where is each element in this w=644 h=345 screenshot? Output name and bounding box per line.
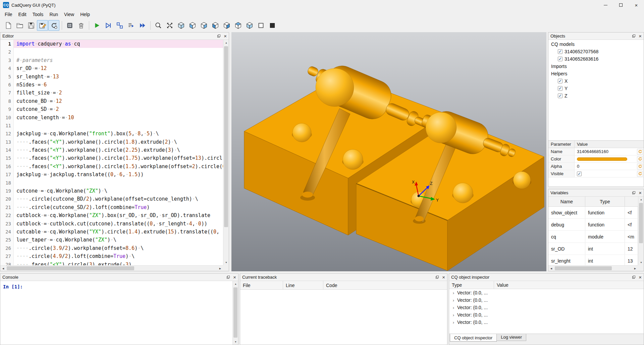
traceback-column-header-line[interactable]: Line xyxy=(283,281,323,289)
tree-item-3140652683616[interactable]: ✓3140652683616 xyxy=(548,55,644,63)
code-line[interactable]: 24cutcable·=·cq.Workplane("YX").circle(1… xyxy=(0,228,223,236)
color-swatch[interactable] xyxy=(577,157,627,161)
zoom-button[interactable] xyxy=(153,20,164,31)
float-dock-icon[interactable] xyxy=(217,34,221,38)
code-line[interactable]: 15····.faces("<Y").workplane().circle(1.… xyxy=(0,154,223,162)
new-script-button[interactable] xyxy=(3,20,14,31)
close-dock-icon[interactable]: × xyxy=(639,190,642,195)
viewport-3d-scene[interactable]: X Z Y xyxy=(231,32,546,271)
scroll-up-icon[interactable]: ▲ xyxy=(223,40,229,46)
code-line[interactable]: 26····.circle(3.9/2).workplane(offset=8.… xyxy=(0,244,223,252)
variable-row-debug[interactable]: debugfunction<f xyxy=(548,219,638,231)
clear-console-button[interactable] xyxy=(64,20,75,31)
variables-column-header-name[interactable]: Name xyxy=(548,197,585,206)
scrollbar-thumb[interactable] xyxy=(233,287,237,338)
code-line[interactable]: 20····.circle(cutcone_BD/2).workplane(of… xyxy=(0,195,223,203)
properties-header-value[interactable]: Value xyxy=(575,141,644,148)
fit-view-button[interactable] xyxy=(164,20,175,31)
tab-cq-object-inspector[interactable]: CQ object inspector xyxy=(450,334,497,342)
expand-chevron-icon[interactable]: › xyxy=(451,313,456,318)
close-dock-icon[interactable]: × xyxy=(442,275,445,280)
code-line[interactable]: 6nSides·=·6 xyxy=(0,81,223,89)
step-in-button[interactable] xyxy=(125,20,137,31)
scroll-right-icon[interactable]: ▶ xyxy=(217,266,223,271)
menu-view[interactable]: View xyxy=(61,10,77,19)
scroll-left-icon[interactable]: ◀ xyxy=(548,266,554,271)
checkbox[interactable]: ✓ xyxy=(558,57,562,61)
tree-item-cq-models[interactable]: CQ models xyxy=(548,41,644,48)
properties-header-parameter[interactable]: Parameter xyxy=(548,141,575,148)
close-dock-icon[interactable]: × xyxy=(233,275,236,280)
checkbox[interactable]: ✓ xyxy=(558,49,562,54)
scrollbar-thumb[interactable] xyxy=(7,266,134,270)
reset-button[interactable] xyxy=(637,171,643,177)
code-line[interactable]: 17jackplug·=·jackplug.translate((0,·6,·1… xyxy=(0,170,223,179)
inspector-row[interactable]: ›Vector: (0.0, ... xyxy=(449,304,644,311)
view-top-button[interactable] xyxy=(232,20,244,31)
open-script-button[interactable] xyxy=(14,20,25,31)
float-dock-icon[interactable] xyxy=(435,275,439,279)
save-as-script-button[interactable] xyxy=(37,20,48,31)
close-dock-icon[interactable]: × xyxy=(224,33,227,39)
checkbox[interactable]: ✓ xyxy=(558,86,562,91)
tree-item-imports[interactable]: Imports xyxy=(548,63,644,70)
scroll-up-icon[interactable]: ▲ xyxy=(638,197,644,202)
render-button[interactable] xyxy=(91,20,102,31)
step-button[interactable] xyxy=(114,20,125,31)
code-line[interactable]: 22cutblock·=·cq.Workplane("ZX").box(sr_O… xyxy=(0,211,223,219)
float-dock-icon[interactable] xyxy=(632,275,636,279)
expand-chevron-icon[interactable]: › xyxy=(451,305,456,310)
scroll-left-icon[interactable]: ◀ xyxy=(0,266,6,271)
property-value[interactable]: 0 xyxy=(575,164,637,169)
variables-column-header-type[interactable]: Type xyxy=(585,197,625,206)
menu-file[interactable]: File xyxy=(2,10,15,19)
tree-item-y[interactable]: ✓Y xyxy=(548,85,644,92)
code-line[interactable]: 5sr_lenght·=·13 xyxy=(0,73,223,81)
menu-edit[interactable]: Edit xyxy=(15,10,30,19)
view-front-button[interactable] xyxy=(187,20,198,31)
expand-chevron-icon[interactable]: › xyxy=(451,320,456,325)
scroll-down-icon[interactable]: ▼ xyxy=(233,339,238,345)
continue-button[interactable] xyxy=(137,20,148,31)
code-line[interactable]: 4sr_OD·=·12 xyxy=(0,64,223,72)
console-vertical-scrollbar[interactable]: ▲ ▼ xyxy=(232,281,238,345)
code-line[interactable]: 19cutcone·=·cq.Workplane("ZX")·\ xyxy=(0,187,223,195)
traceback-column-header-code[interactable]: Code xyxy=(323,281,447,289)
shaded-view-button[interactable] xyxy=(267,20,278,31)
code-line[interactable]: 11 xyxy=(0,122,223,130)
code-line[interactable]: 16····.faces("<Y").workplane().circle(1.… xyxy=(0,162,223,170)
menu-run[interactable]: Run xyxy=(46,10,61,19)
view-bottom-button[interactable] xyxy=(244,20,255,31)
scroll-right-icon[interactable]: ▶ xyxy=(632,266,638,271)
code-line[interactable]: 8cutcone_BD·=·12 xyxy=(0,97,223,105)
minimize-button[interactable] xyxy=(598,0,613,10)
scrollbar-thumb[interactable] xyxy=(639,203,643,243)
variable-row-cq[interactable]: cqmodule<m xyxy=(548,231,638,243)
editor-horizontal-scrollbar[interactable]: ◀ ▶ xyxy=(0,265,223,271)
view-iso-button[interactable] xyxy=(175,20,186,31)
float-dock-icon[interactable] xyxy=(226,275,230,279)
close-dock-icon[interactable]: × xyxy=(639,275,642,280)
variable-row-sr_OD[interactable]: sr_ODint12 xyxy=(548,243,638,255)
scrollbar-thumb[interactable] xyxy=(555,266,612,270)
tree-item-z[interactable]: ✓Z xyxy=(548,92,644,99)
inspector-row[interactable]: ›Vector: (0.0, ... xyxy=(449,319,644,326)
code-line[interactable]: 7fillet_size·=·2 xyxy=(0,89,223,97)
float-dock-icon[interactable] xyxy=(632,191,636,195)
code-line[interactable]: 1import·cadquery·as·cq xyxy=(0,40,223,48)
console-input-area[interactable]: In [1]: xyxy=(0,281,232,345)
traceback-column-header-file[interactable]: File xyxy=(240,281,283,289)
code-line[interactable]: 13····.faces("<Y").workplane().circle(1.… xyxy=(0,138,223,146)
code-line[interactable]: 23cutblock·=·cutblock.cut(cutcone).trans… xyxy=(0,220,223,228)
menu-help[interactable]: Help xyxy=(77,10,93,19)
code-line[interactable]: 9cutcone_SD·=·2 xyxy=(0,105,223,113)
reset-button[interactable] xyxy=(637,156,643,162)
property-value[interactable]: 3140646685160 xyxy=(575,149,637,154)
view-back-button[interactable] xyxy=(198,20,209,31)
variables-horizontal-scrollbar[interactable]: ◀ ▶ xyxy=(548,265,638,271)
tab-log-viewer[interactable]: Log viewer xyxy=(496,334,526,341)
code-line[interactable]: 25luer_taper·=·cq.Workplane("ZX")·\ xyxy=(0,236,223,244)
code-line[interactable]: 27····.circle(4.9/2).loft(combine=True)·… xyxy=(0,252,223,260)
save-script-button[interactable] xyxy=(25,20,37,31)
close-button[interactable]: × xyxy=(629,0,644,10)
